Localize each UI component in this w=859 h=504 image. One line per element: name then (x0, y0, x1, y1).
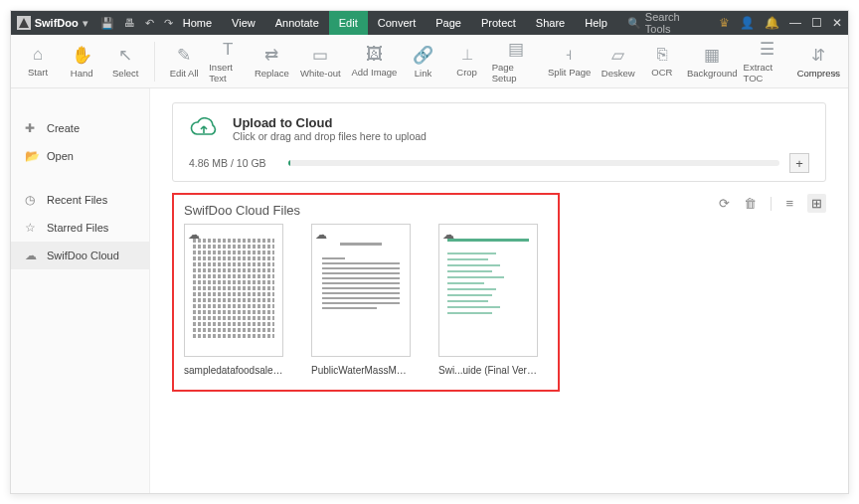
premium-icon[interactable]: ♛ (719, 16, 730, 30)
sidebar-item-starred[interactable]: ☆Starred Files (11, 214, 149, 242)
ribbon-ocr[interactable]: ⎘OCR (643, 38, 681, 85)
ribbon-background[interactable]: ▦Background (687, 38, 738, 85)
user-icon[interactable]: 👤 (740, 16, 755, 30)
file-item[interactable]: ☁ PublicWaterMassMailing.pdf (311, 224, 411, 376)
menu-share[interactable]: Share (526, 11, 575, 35)
ribbon-crop[interactable]: ⟂Crop (448, 38, 486, 85)
image-icon: 🖼 (366, 45, 383, 65)
sidebar-item-label: SwifDoo Cloud (47, 250, 119, 261)
sidebar-item-label: Starred Files (47, 222, 108, 234)
refresh-button[interactable]: ⟳ (719, 196, 730, 211)
file-name: Swi...uide (Final Version).pdf (438, 365, 538, 376)
crop-icon: ⟂ (462, 45, 472, 65)
toc-icon: ☰ (760, 39, 774, 60)
menu-help[interactable]: Help (575, 11, 617, 35)
sidebar-item-create[interactable]: ✚Create (11, 114, 149, 142)
ribbon-label: Link (415, 68, 431, 79)
view-list-button[interactable]: ≡ (785, 196, 793, 211)
ribbon-label: Start (28, 67, 48, 78)
cloud-files-row: ☁ sampledatafoodsales.pdf ☁ (184, 224, 548, 376)
collapse-ribbon-icon[interactable]: ⌃ (831, 71, 840, 84)
upload-title: Upload to Cloud (233, 115, 427, 130)
undo-icon[interactable]: ↶ (145, 17, 154, 30)
maximize-button[interactable]: ☐ (811, 16, 822, 30)
storage-usage-text: 4.86 MB / 10 GB (189, 157, 278, 169)
titlebar: SwifDoo ▾ 💾 🖶 ↶ ↷ Home View Annotate Edi… (11, 11, 848, 35)
view-grid-button[interactable]: ⊞ (807, 194, 826, 213)
link-icon: 🔗 (413, 45, 433, 66)
cloud-upload-icon (189, 113, 219, 143)
ribbon-hand[interactable]: ✋Hand (63, 38, 100, 85)
ocr-icon: ⎘ (657, 45, 667, 65)
app-window: SwifDoo ▾ 💾 🖶 ↶ ↷ Home View Annotate Edi… (10, 10, 849, 494)
upload-header: Upload to Cloud Click or drag and drop f… (189, 113, 809, 143)
file-thumbnail: ☁ (311, 224, 411, 357)
file-item[interactable]: ☁ Swi...uide (Final Version).pdf (438, 224, 538, 376)
ribbon-label: Select (112, 68, 138, 79)
menu-edit[interactable]: Edit (329, 11, 368, 35)
menu-annotate[interactable]: Annotate (265, 11, 329, 35)
replace-icon: ⇄ (264, 45, 278, 66)
ribbon-replace[interactable]: ⇄Replace (253, 38, 290, 85)
ribbon-label: White-out (300, 68, 341, 79)
ribbon-label: OCR (651, 67, 672, 78)
ribbon-link[interactable]: 🔗Link (404, 38, 441, 85)
print-icon[interactable]: 🖶 (124, 17, 135, 30)
cloud-badge-icon: ☁ (315, 228, 327, 242)
ribbon-insert-text[interactable]: TInsert Text (209, 38, 247, 85)
menu-page[interactable]: Page (426, 11, 471, 35)
search-tools[interactable]: 🔍 Search Tools (617, 11, 707, 35)
cloud-badge-icon: ☁ (442, 228, 454, 242)
ribbon-whiteout[interactable]: ▭White-out (296, 38, 344, 85)
dropdown-icon[interactable]: ▾ (83, 17, 88, 30)
storage-progress-fill (288, 160, 290, 166)
menu-view[interactable]: View (222, 11, 265, 35)
background-icon: ▦ (704, 45, 720, 66)
sidebar-item-open[interactable]: 📂Open (11, 142, 149, 170)
storage-usage-row: 4.86 MB / 10 GB + (189, 153, 809, 173)
save-icon[interactable]: 💾 (100, 17, 114, 30)
open-icon: 📂 (25, 149, 39, 163)
page-setup-icon: ▤ (508, 39, 524, 60)
separator (154, 42, 155, 82)
add-storage-button[interactable]: + (789, 153, 809, 173)
cursor-icon: ↖ (118, 45, 132, 66)
close-button[interactable]: ✕ (832, 16, 842, 30)
file-name: PublicWaterMassMailing.pdf (311, 365, 411, 376)
menu-protect[interactable]: Protect (471, 11, 526, 35)
file-item[interactable]: ☁ sampledatafoodsales.pdf (184, 224, 283, 376)
ribbon-start[interactable]: ⌂Start (19, 38, 57, 85)
ribbon-label: Hand (71, 68, 93, 79)
menu-convert[interactable]: Convert (368, 11, 427, 35)
main-panel: Upload to Cloud Click or drag and drop f… (150, 88, 848, 493)
ribbon-split-page[interactable]: ⫞Split Page (546, 38, 594, 85)
minimize-button[interactable]: — (789, 16, 801, 30)
ribbon-select[interactable]: ↖Select (106, 38, 144, 85)
menu-home[interactable]: Home (173, 11, 222, 35)
sidebar-item-label: Open (47, 150, 74, 162)
files-header-tools: ⟳ 🗑 ≡ ⊞ (719, 194, 826, 213)
upload-box[interactable]: Upload to Cloud Click or drag and drop f… (172, 102, 826, 182)
home-icon: ⌂ (33, 45, 43, 65)
ribbon-edit-all[interactable]: ✎Edit All (165, 38, 203, 85)
ribbon-extract-toc[interactable]: ☰Extract TOC (744, 38, 791, 85)
cloud-badge-icon: ☁ (188, 228, 200, 242)
create-icon: ✚ (25, 121, 39, 135)
storage-progress-bar (288, 160, 779, 166)
sidebar-item-recent[interactable]: ◷Recent Files (11, 186, 149, 214)
ribbon-deskew[interactable]: ▱Deskew (600, 38, 637, 85)
sidebar-item-label: Create (47, 122, 80, 134)
ribbon-page-setup[interactable]: ▤Page Setup (492, 38, 540, 85)
ribbon-label: Add Image (351, 67, 397, 78)
sidebar-item-cloud[interactable]: ☁SwifDoo Cloud (11, 242, 149, 269)
sidebar: ✚Create 📂Open ◷Recent Files ☆Starred Fil… (11, 88, 150, 493)
spacer (11, 170, 149, 186)
delete-button[interactable]: 🗑 (744, 196, 757, 211)
ribbon-add-image[interactable]: 🖼Add Image (350, 38, 398, 85)
bell-icon[interactable]: 🔔 (765, 16, 779, 30)
whiteout-icon: ▭ (312, 45, 328, 66)
ribbon-label: Insert Text (209, 62, 247, 84)
redo-icon[interactable]: ↷ (164, 17, 173, 30)
separator (771, 197, 772, 211)
app-name: SwifDoo (35, 17, 79, 29)
